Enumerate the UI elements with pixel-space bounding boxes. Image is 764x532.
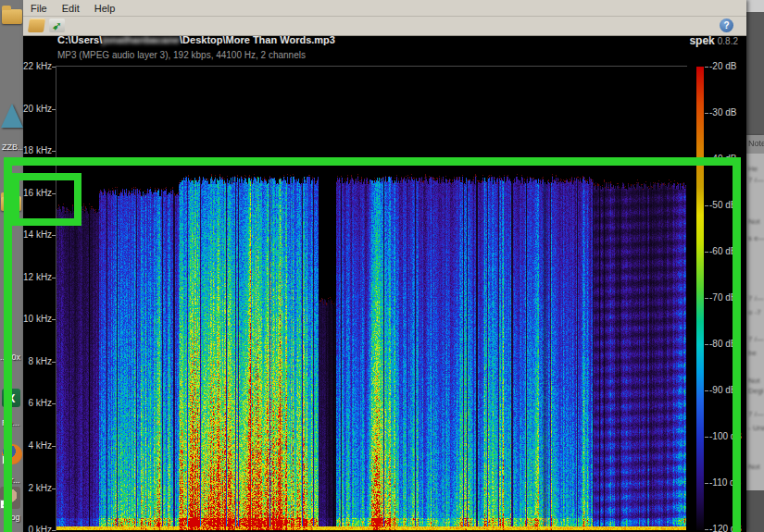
background-window-title: Notep... xyxy=(746,135,764,148)
background-text-fragment: He xyxy=(748,165,758,173)
annotation-rect-small xyxy=(12,173,81,226)
background-text-fragment: 7 /— xyxy=(748,335,764,343)
app-version: spek0.8.2 xyxy=(689,34,738,47)
db-tick xyxy=(705,67,708,68)
background-text-fragment: Not xyxy=(748,463,759,471)
desktop-backdrop-bottom xyxy=(746,490,764,532)
menu-edit[interactable]: Edit xyxy=(55,2,87,15)
background-notepad-window[interactable]: Notep... He7 /—Nots e—7 /—o -77 /—beNotD… xyxy=(746,135,764,490)
background-window-titlebar: Notep... xyxy=(746,135,764,154)
desktop-pyramid-icon[interactable] xyxy=(1,104,23,128)
annotation-rect-large xyxy=(4,157,741,532)
background-text-fragment: 7 /— xyxy=(748,294,764,303)
background-text-fragment: s e— xyxy=(748,234,764,242)
menu-bar: File Edit Help xyxy=(23,0,746,17)
background-text-fragment: 7 /— xyxy=(748,176,764,184)
app-name: spek xyxy=(689,34,714,47)
background-text-fragment: 7 /— xyxy=(748,410,764,418)
freq-tick xyxy=(52,67,56,68)
save-icon[interactable]: ➹ xyxy=(49,19,65,32)
db-tick-label: -30 dB xyxy=(709,107,736,118)
file-path: C:\Users\jonathanbacane\Desktop\More Tha… xyxy=(57,34,335,45)
background-text-fragment: be xyxy=(748,349,757,357)
background-text-fragment: Degi xyxy=(748,387,763,395)
freq-tick xyxy=(52,151,56,152)
freq-tick-label: 18 kHz xyxy=(23,145,52,155)
background-text-fragment: Not xyxy=(748,217,759,226)
background-text-fragment: - Una xyxy=(748,424,764,432)
open-file-icon[interactable] xyxy=(28,19,45,32)
db-tick xyxy=(705,113,708,114)
background-text-fragment: o -7 xyxy=(748,308,761,316)
background-window-edge xyxy=(746,0,764,12)
desktop-folder-icon[interactable] xyxy=(2,9,22,24)
background-text-fragment: Not xyxy=(748,377,759,385)
file-path-username: jonathanbacane xyxy=(102,34,180,45)
freq-tick-label: 20 kHz xyxy=(23,104,52,114)
screen: { "window": { "app_name": "spek", "versi… xyxy=(0,0,764,532)
db-tick-label: -20 dB xyxy=(709,61,736,71)
toolbar: ➹ ? xyxy=(23,17,746,36)
file-format-info: MP3 (MPEG audio layer 3), 192 kbps, 4410… xyxy=(57,50,306,60)
freq-tick xyxy=(52,109,56,110)
freq-tick-label: 22 kHz xyxy=(23,61,52,71)
menu-file[interactable]: File xyxy=(23,2,55,15)
desktop-icon-label: ZZB... xyxy=(2,142,25,152)
help-icon[interactable]: ? xyxy=(720,19,733,32)
menu-help[interactable]: Help xyxy=(87,2,123,15)
